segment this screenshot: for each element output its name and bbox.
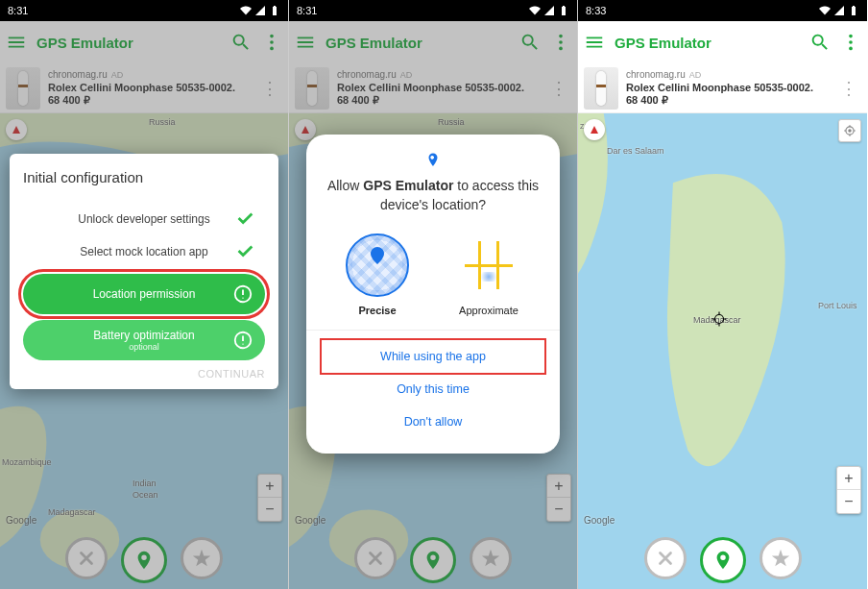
menu-icon[interactable] [6, 32, 27, 53]
config-row-developer-label: Unlock developer settings [78, 212, 209, 226]
zoom-control: + − [257, 474, 282, 522]
overflow-icon[interactable] [840, 32, 861, 53]
battery-icon [558, 5, 569, 16]
app-title: GPS Emulator [615, 35, 800, 51]
svg-point-2 [270, 47, 274, 51]
zoom-control: + − [836, 466, 861, 514]
search-icon[interactable] [519, 32, 541, 53]
alert-icon [232, 330, 253, 351]
battery-icon [269, 5, 280, 16]
precise-preview [346, 233, 409, 297]
alert-icon [232, 283, 253, 305]
cancel-fab[interactable] [644, 537, 687, 579]
zoom-control: + − [546, 474, 571, 522]
google-attrib: Google [295, 515, 326, 526]
battery-optimization-button[interactable]: Battery optimization optional [23, 320, 265, 360]
ad-thumbnail [584, 67, 618, 110]
signal-icon [543, 5, 555, 16]
screenshot-3: 8:33 GPS Emulator chronomag.ruAD Rolex C… [578, 0, 867, 589]
zoom-in-button[interactable]: + [258, 475, 281, 498]
set-location-fab[interactable] [410, 537, 456, 583]
svg-point-8 [559, 40, 563, 44]
map[interactable]: zania Dar es Salaam Madagascar Port Loui… [578, 113, 867, 589]
ad-tag: AD [111, 70, 124, 80]
status-bar: 8:31 [289, 0, 577, 21]
map-label-russia: Russia [149, 117, 176, 127]
zoom-in-button[interactable]: + [837, 467, 860, 490]
app-bar: GPS Emulator [289, 21, 577, 63]
svg-point-14 [849, 47, 853, 51]
precise-option[interactable]: Precise [346, 233, 409, 316]
continue-button[interactable]: CONTINUAR [23, 368, 265, 380]
compass-icon[interactable] [584, 119, 605, 140]
overflow-icon[interactable] [261, 32, 282, 53]
map-label-ocean: Ocean [133, 490, 158, 500]
app-title: GPS Emulator [36, 35, 221, 51]
compass-icon[interactable] [6, 119, 27, 140]
status-bar: 8:31 [0, 0, 288, 21]
cancel-fab[interactable] [354, 537, 397, 579]
zoom-in-button[interactable]: + [547, 475, 570, 498]
only-this-time-button[interactable]: Only this time [322, 373, 544, 405]
zoom-out-button[interactable]: − [258, 498, 281, 521]
map-label-russia: Russia [438, 117, 465, 127]
dont-allow-button[interactable]: Don't allow [322, 405, 544, 438]
search-icon[interactable] [230, 32, 252, 53]
status-time: 8:31 [8, 5, 28, 16]
dialog-heading: Initial configuration [23, 169, 265, 185]
ad-domain: chronomag.ru [48, 69, 108, 80]
signal-icon [254, 5, 266, 16]
cancel-fab[interactable] [65, 537, 108, 579]
approximate-option[interactable]: Approximate [457, 233, 520, 316]
approximate-preview [457, 233, 520, 297]
google-attrib: Google [6, 515, 36, 526]
config-row-mock: Select mock location app [23, 235, 265, 268]
permission-title: Allow GPS Emulator to access this device… [322, 177, 544, 214]
search-icon[interactable] [809, 32, 831, 53]
map-label-dar: Dar es Salaam [607, 146, 664, 156]
compass-icon[interactable] [295, 119, 316, 140]
ad-title: Rolex Cellini Moonphase 50535-0002. [337, 82, 542, 95]
ad-price: 68 400 ₽ [48, 94, 253, 108]
check-icon [234, 208, 255, 232]
fab-row [0, 537, 288, 583]
screenshot-1: 8:31 GPS Emulator chronomag.ruAD Rolex C… [0, 0, 289, 589]
ad-domain: chronomag.ru [626, 69, 686, 80]
app-title: GPS Emulator [326, 35, 510, 51]
wifi-icon [240, 5, 252, 16]
svg-point-17 [848, 129, 852, 133]
menu-icon[interactable] [295, 32, 316, 53]
ad-domain: chronomag.ru [337, 69, 397, 80]
ad-tag: AD [689, 70, 702, 80]
battery-icon [848, 5, 859, 16]
ad-banner[interactable]: chronomag.ruAD Rolex Cellini Moonphase 5… [578, 63, 867, 113]
screenshot-2: 8:31 GPS Emulator chronomag.ruAD Rolex C… [289, 0, 578, 589]
zoom-out-button[interactable]: − [547, 498, 570, 521]
battery-optimization-sublabel: optional [93, 342, 194, 352]
overflow-icon[interactable] [550, 32, 571, 53]
status-time: 8:33 [586, 5, 606, 16]
location-permission-button[interactable]: Location permission [23, 274, 265, 314]
status-bar: 8:33 [578, 0, 867, 21]
favorite-fab[interactable] [470, 537, 512, 579]
ad-banner[interactable]: chronomag.ruAD Rolex Cellini Moonphase 5… [0, 63, 288, 113]
menu-icon[interactable] [584, 32, 605, 53]
svg-point-16 [715, 315, 724, 324]
precise-label: Precise [358, 305, 396, 316]
status-right [240, 5, 280, 16]
ad-tag: AD [400, 70, 413, 80]
ad-banner[interactable]: chronomag.ruAD Rolex Cellini Moonphase 5… [289, 63, 577, 113]
check-icon [234, 240, 255, 264]
zoom-out-button[interactable]: − [837, 490, 860, 513]
favorite-fab[interactable] [181, 537, 223, 579]
set-location-fab[interactable] [121, 537, 167, 583]
fab-row [578, 537, 867, 583]
favorite-fab[interactable] [760, 537, 802, 579]
google-attrib: Google [584, 515, 615, 526]
set-location-fab[interactable] [700, 537, 746, 583]
my-location-button[interactable] [838, 119, 861, 142]
while-using-app-button[interactable]: While using the app [322, 340, 544, 373]
location-permission-label: Location permission [93, 287, 196, 301]
app-bar: GPS Emulator [578, 21, 867, 63]
ad-thumbnail [295, 67, 329, 110]
